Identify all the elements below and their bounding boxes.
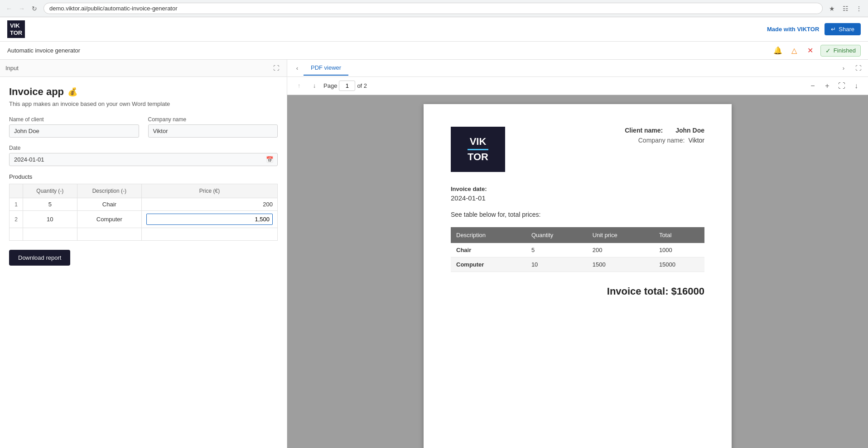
row1-desc[interactable]: Chair: [77, 198, 141, 211]
inv-col-qty: Quantity: [526, 227, 587, 243]
invoice-title-text: Invoice app: [9, 86, 64, 98]
empty-qty[interactable]: [23, 228, 77, 241]
empty-price[interactable]: [142, 228, 278, 241]
right-panel: ‹ PDF viewer › ⛶ ↑ ↓ Page of 2 − +: [287, 60, 868, 448]
table-row-empty: [10, 228, 278, 241]
warning-button[interactable]: △: [788, 44, 800, 57]
forward-button[interactable]: →: [16, 3, 27, 14]
pdf-tab-prev[interactable]: ‹: [291, 62, 304, 75]
products-section: Products Quantity (-) Description (-) Pr…: [9, 173, 278, 241]
client-name-label: Name of client: [9, 116, 139, 123]
row1-num: 1: [10, 198, 23, 211]
price-header: Price (€): [142, 184, 278, 198]
url-text: demo.viktor.ai/public/automatic-invoice-…: [49, 5, 178, 12]
address-bar[interactable]: demo.viktor.ai/public/automatic-invoice-…: [43, 3, 823, 14]
inv-row1-qty: 5: [526, 243, 587, 257]
notification-button[interactable]: 🔔: [772, 44, 784, 57]
client-name-input[interactable]: [9, 124, 139, 138]
extensions-button[interactable]: ☷: [840, 3, 851, 14]
app-logo: VIK TOR: [7, 20, 25, 38]
row2-qty[interactable]: 10: [23, 211, 77, 228]
client-name-value-doc: John Doe: [675, 127, 704, 134]
money-bag-icon: 💰: [68, 87, 77, 97]
row-num-header: [10, 184, 23, 198]
row2-price-input: [146, 214, 273, 225]
share-button[interactable]: ↵ Share: [825, 23, 861, 35]
invoice-date-value: 2024-01-01: [451, 194, 704, 202]
back-button[interactable]: ←: [4, 3, 14, 14]
fit-page-button[interactable]: ⛶: [835, 80, 848, 92]
expand-panel-button[interactable]: ⛶: [270, 63, 281, 74]
client-row: Name of client Company name: [9, 116, 278, 138]
row1-price[interactable]: 200: [142, 198, 278, 211]
pdf-zoom-controls: − + ⛶ ↓: [806, 80, 863, 92]
inv-row2-total: 15000: [654, 257, 704, 272]
viktor-logo-text: VIK TOR: [468, 136, 488, 163]
pdf-next-page[interactable]: ↓: [308, 80, 321, 92]
pdf-toolbar: ↑ ↓ Page of 2 − + ⛶ ↓: [287, 77, 868, 95]
invoice-header-section: VIK TOR Client name: John Doe Company na…: [451, 127, 704, 172]
table-row: 2 10 Computer: [10, 211, 278, 228]
date-group: Date 📅: [9, 145, 278, 166]
pdf-viewer-actions: › ⛶: [837, 62, 864, 75]
bookmark-button[interactable]: ★: [826, 3, 837, 14]
inv-row1-desc: Chair: [451, 243, 526, 257]
zoom-in-button[interactable]: +: [821, 80, 834, 92]
inv-row2-qty: 10: [526, 257, 587, 272]
date-input[interactable]: [10, 153, 262, 166]
pdf-tab-next[interactable]: ›: [837, 62, 850, 75]
row2-desc[interactable]: Computer: [77, 211, 141, 228]
company-name-value-doc: Viktor: [688, 137, 704, 144]
pdf-viewer-header: ‹ PDF viewer › ⛶: [287, 60, 868, 77]
pdf-expand-button[interactable]: ⛶: [852, 62, 864, 75]
company-name-row: Company name: Viktor: [625, 137, 704, 144]
made-with-viktor: Made with VIKTOR: [767, 26, 819, 33]
date-label: Date: [9, 145, 278, 151]
company-name-group: Company name: [148, 116, 278, 138]
invoice-note: See table below for, total prices:: [451, 211, 704, 218]
download-report-button[interactable]: Download report: [9, 250, 70, 266]
empty-num: [10, 228, 23, 241]
client-name-row: Client name: John Doe: [625, 127, 704, 134]
inv-row2-unit: 1500: [587, 257, 654, 272]
close-button[interactable]: ✕: [804, 44, 817, 57]
invoice-app-title: Invoice app 💰: [9, 86, 278, 98]
pdf-content: VIK TOR Client name: John Doe Company na…: [287, 95, 868, 448]
app-toolbar: Automatic invoice generator 🔔 △ ✕ ✓ Fini…: [0, 42, 868, 60]
left-panel: Input ⛶ Invoice app 💰 This app makes an …: [0, 60, 287, 448]
browser-nav-buttons: ← → ↻: [4, 3, 40, 14]
calendar-icon[interactable]: 📅: [262, 154, 277, 165]
logo-line1: VIK: [10, 22, 22, 29]
pdf-prev-page[interactable]: ↑: [293, 80, 305, 92]
products-table: Quantity (-) Description (-) Price (€) 1…: [9, 184, 278, 241]
empty-desc[interactable]: [77, 228, 141, 241]
page-total: of 2: [357, 82, 367, 89]
row2-price[interactable]: [142, 211, 278, 228]
inv-col-total: Total: [654, 227, 704, 243]
app-title: Automatic invoice generator: [7, 47, 80, 54]
toolbar-right: 🔔 △ ✕ ✓ Finished: [772, 44, 861, 57]
made-with-label: Made with: [767, 26, 797, 33]
logo-line2: TOR: [10, 29, 22, 37]
browser-chrome: ← → ↻ demo.viktor.ai/public/automatic-in…: [0, 0, 868, 17]
viktor-logo: VIK TOR: [451, 127, 505, 172]
table-row: 1 5 Chair 200: [10, 198, 278, 211]
refresh-button[interactable]: ↻: [29, 3, 40, 14]
page-info: Page of 2: [323, 81, 367, 91]
finished-label: Finished: [834, 47, 856, 54]
page-label: Page: [323, 82, 337, 89]
pdf-viewer-tab[interactable]: PDF viewer: [304, 61, 348, 76]
client-name-group: Name of client: [9, 116, 139, 138]
inv-row1-total: 1000: [654, 243, 704, 257]
company-name-input[interactable]: [148, 124, 278, 138]
zoom-out-button[interactable]: −: [806, 80, 819, 92]
invoice-total: Invoice total: $16000: [451, 286, 704, 297]
finished-badge: ✓ Finished: [820, 45, 861, 57]
inv-col-desc: Description: [451, 227, 526, 243]
row1-qty[interactable]: 5: [23, 198, 77, 211]
invoice-table: Description Quantity Unit price Total Ch…: [451, 227, 704, 272]
page-number-input[interactable]: [339, 81, 355, 91]
download-pdf-button[interactable]: ↓: [850, 80, 863, 92]
settings-button[interactable]: ⋮: [854, 3, 864, 14]
share-icon: ↵: [831, 26, 836, 33]
